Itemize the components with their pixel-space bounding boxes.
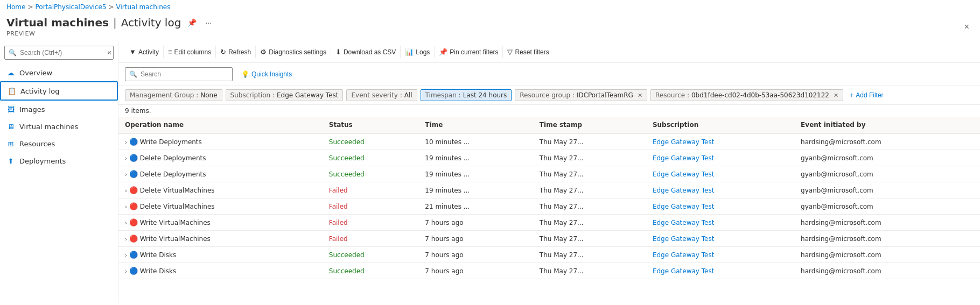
cell-operation: › 🔵 Write Deployments [118, 133, 323, 150]
logs-icon: 📊 [405, 48, 414, 56]
sidebar-deployments-label: Deployments [19, 157, 66, 165]
filter-chip-resource[interactable]: Resource : 0bd1fdee-cd02-4d0b-53aa-50623… [650, 89, 843, 101]
info-icon: 🔵 [129, 267, 138, 275]
cell-initiated-by: hardsing@microsoft.com [794, 133, 980, 150]
expand-row-button[interactable]: › [125, 187, 127, 194]
expand-row-button[interactable]: › [125, 139, 127, 145]
sidebar-item-images[interactable]: 🖼 Images [0, 101, 118, 118]
sidebar-item-deployments[interactable]: ⬆ Deployments [0, 152, 118, 169]
filter-chip-event-severity[interactable]: Event severity : All [346, 89, 417, 101]
cell-operation: › 🔵 Write Disks [118, 247, 323, 263]
reset-icon: ▽ [507, 48, 513, 56]
sidebar-search-container: 🔍 « [0, 41, 118, 64]
logs-button[interactable]: 📊 Logs [401, 46, 435, 58]
subscription-link[interactable]: Edge Gateway Test [653, 138, 714, 146]
expand-row-button[interactable]: › [125, 171, 127, 178]
subscription-link[interactable]: Edge Gateway Test [653, 171, 714, 178]
operation-name: Delete VirtualMachines [140, 187, 215, 194]
table-row: › 🔴 Write VirtualMachines Failed 7 hours… [118, 231, 980, 247]
sidebar-item-virtual-machines[interactable]: 🖥 Virtual machines [0, 118, 118, 135]
expand-row-button[interactable]: › [125, 236, 127, 242]
collapse-sidebar-button[interactable]: « [105, 46, 114, 59]
expand-row-button[interactable]: › [125, 252, 127, 258]
add-filter-button[interactable]: + Add Filter [846, 90, 886, 101]
diagnostics-icon: ⚙ [260, 48, 267, 56]
pin-icon: 📌 [439, 48, 447, 56]
expand-row-button[interactable]: › [125, 155, 127, 161]
cell-initiated-by: gyanb@microsoft.com [794, 166, 980, 182]
cell-timestamp: Thu May 27... [533, 198, 646, 215]
cell-status: Succeeded [323, 263, 419, 279]
expand-row-button[interactable]: › [125, 219, 127, 226]
quick-insights-icon: 💡 [241, 70, 249, 78]
filter-search-input[interactable] [125, 67, 233, 81]
pin-filters-button[interactable]: 📌 Pin current filters [435, 46, 503, 58]
sidebar-item-activity-log[interactable]: 📋 Activity log [0, 81, 118, 101]
sidebar-overview-label: Overview [19, 69, 52, 77]
activity-table: Operation name Status Time Time stamp Su… [118, 117, 980, 279]
close-button[interactable]: × [960, 20, 974, 34]
cell-status: Failed [323, 215, 419, 231]
expand-row-button[interactable]: › [125, 203, 127, 210]
filter-chip-management-group[interactable]: Management Group : None [125, 89, 222, 101]
filter-chip-subscription[interactable]: Subscription : Edge Gateway Test [226, 89, 344, 101]
status-value: Failed [329, 235, 348, 243]
subscription-link[interactable]: Edge Gateway Test [653, 219, 714, 226]
cell-operation: › 🔴 Write VirtualMachines [118, 215, 323, 231]
reset-filters-button[interactable]: ▽ Reset filters [503, 46, 553, 58]
cell-operation: › 🔴 Write VirtualMachines [118, 231, 323, 247]
cell-subscription: Edge Gateway Test [646, 150, 794, 166]
sidebar-item-overview[interactable]: ☁ Overview [0, 64, 118, 81]
subscription-link[interactable]: Edge Gateway Test [653, 235, 714, 243]
cell-subscription: Edge Gateway Test [646, 133, 794, 150]
operation-name: Delete Deployments [140, 154, 206, 162]
table-header: Operation name Status Time Time stamp Su… [118, 117, 980, 133]
filter-chips: Management Group : None Subscription : E… [118, 86, 980, 105]
table-row: › 🔴 Delete VirtualMachines Failed 21 min… [118, 198, 980, 215]
diagnostics-label: Diagnostics settings [269, 48, 326, 56]
content-area: ▼ Activity ≡ Edit columns ↻ Refresh ⚙ Di… [118, 41, 980, 303]
filter-chip-timespan[interactable]: Timespan : Last 24 hours [421, 89, 512, 101]
activity-button[interactable]: ▼ Activity [125, 46, 164, 58]
download-label: Download as CSV [344, 48, 396, 56]
filter-chip-resource-group[interactable]: Resource group : IDCPortalTeamRG ✕ [515, 89, 647, 101]
edit-columns-label: Edit columns [174, 48, 211, 56]
edit-columns-button[interactable]: ≡ Edit columns [164, 46, 216, 58]
subscription-link[interactable]: Edge Gateway Test [653, 267, 714, 275]
table-row: › 🔴 Delete VirtualMachines Failed 19 min… [118, 182, 980, 198]
breadcrumb-sep2: > [108, 3, 114, 11]
cell-status: Succeeded [323, 133, 419, 150]
subscription-link[interactable]: Edge Gateway Test [653, 154, 714, 162]
expand-row-button[interactable]: › [125, 268, 127, 274]
filter-search-container: 🔍 [125, 67, 233, 81]
refresh-button[interactable]: ↻ Refresh [216, 46, 256, 58]
sidebar-item-resources[interactable]: ⊞ Resources [0, 135, 118, 152]
cell-subscription: Edge Gateway Test [646, 198, 794, 215]
subscription-link[interactable]: Edge Gateway Test [653, 187, 714, 194]
cell-subscription: Edge Gateway Test [646, 247, 794, 263]
download-csv-button[interactable]: ⬇ Download as CSV [331, 46, 401, 58]
remove-resource-button[interactable]: ✕ [834, 92, 838, 99]
more-options-button[interactable]: ··· [203, 16, 214, 29]
col-timestamp: Time stamp [533, 117, 646, 133]
cell-subscription: Edge Gateway Test [646, 182, 794, 198]
remove-resource-group-button[interactable]: ✕ [638, 92, 642, 99]
breadcrumb-home[interactable]: Home [6, 3, 25, 11]
cell-status: Succeeded [323, 150, 419, 166]
quick-insights-button[interactable]: 💡 Quick Insights [237, 68, 296, 80]
table-row: › 🔵 Delete Deployments Succeeded 19 minu… [118, 166, 980, 182]
breadcrumb-device[interactable]: PortalPhysicalDevice5 [36, 3, 107, 11]
cell-time: 19 minutes ... [418, 182, 533, 198]
subscription-link[interactable]: Edge Gateway Test [653, 251, 714, 259]
sidebar-search-input[interactable] [4, 46, 114, 60]
activity-log-icon: 📋 [8, 87, 16, 95]
cell-timestamp: Thu May 27... [533, 215, 646, 231]
cell-timestamp: Thu May 27... [533, 263, 646, 279]
table-row: › 🔵 Write Deployments Succeeded 10 minut… [118, 133, 980, 150]
info-icon: 🔵 [129, 170, 138, 178]
subscription-link[interactable]: Edge Gateway Test [653, 203, 714, 210]
pin-title-button[interactable]: 📌 [185, 16, 199, 29]
breadcrumb-vms[interactable]: Virtual machines [116, 3, 171, 11]
diagnostics-button[interactable]: ⚙ Diagnostics settings [256, 46, 331, 58]
activity-label: Activity [138, 48, 159, 56]
